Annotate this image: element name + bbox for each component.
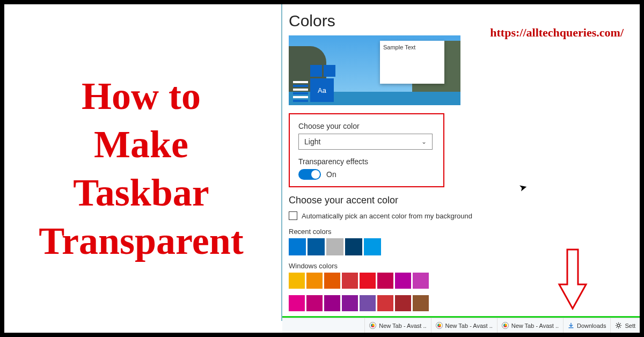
- color-swatch[interactable]: [308, 238, 325, 255]
- color-swatch[interactable]: [377, 273, 393, 289]
- color-swatch[interactable]: [306, 273, 323, 289]
- transparency-state: On: [326, 170, 336, 179]
- color-swatch[interactable]: [324, 295, 340, 311]
- transparency-label: Transparency effects: [298, 157, 435, 166]
- svg-point-0: [617, 324, 620, 327]
- choose-color-label: Choose your color: [298, 122, 435, 130]
- chevron-down-icon: ⌄: [421, 138, 427, 145]
- taskbar-item-label: New Tab - Avast ..: [445, 323, 493, 329]
- vertical-divider: [281, 4, 282, 321]
- color-swatch[interactable]: [342, 295, 358, 311]
- sample-text-card: Sample Text: [380, 41, 444, 84]
- browser-icon: [369, 322, 376, 329]
- taskbar-item[interactable]: Sett: [610, 318, 640, 333]
- dropdown-value: Light: [304, 137, 320, 146]
- color-swatch[interactable]: [360, 273, 376, 289]
- preview-tile: Aa: [310, 78, 334, 102]
- color-swatch[interactable]: [364, 238, 381, 255]
- color-swatch[interactable]: [289, 273, 305, 289]
- auto-accent-checkbox[interactable]: [289, 211, 297, 220]
- recent-colors-label: Recent colors: [289, 228, 632, 236]
- color-swatch[interactable]: [395, 295, 411, 311]
- color-swatch[interactable]: [413, 295, 429, 311]
- taskbar-item-label: New Tab - Avast ..: [511, 323, 559, 329]
- color-swatch[interactable]: [342, 273, 358, 289]
- download-icon: [568, 323, 574, 329]
- tutorial-graphic: How toMakeTaskbarTransparent https://all…: [0, 0, 644, 337]
- color-swatch[interactable]: [289, 295, 305, 311]
- transparency-toggle[interactable]: [298, 169, 321, 180]
- color-swatch[interactable]: [324, 273, 340, 289]
- page-title: Colors: [289, 12, 632, 30]
- taskbar-item[interactable]: New Tab - Avast ..: [431, 318, 497, 333]
- taskbar-item-label: New Tab - Avast ..: [379, 323, 426, 329]
- taskbar-item[interactable]: New Tab - Avast ..: [497, 318, 563, 333]
- color-swatch[interactable]: [413, 273, 429, 289]
- auto-accent-label: Automatically pick an accent color from …: [302, 212, 472, 220]
- accent-color-title: Choose your accent color: [289, 195, 632, 206]
- color-swatch[interactable]: [395, 273, 411, 289]
- color-mode-dropdown[interactable]: Light ⌄: [298, 134, 433, 150]
- windows-taskbar: New Tab - Avast .. New Tab - Avast .. Ne…: [282, 318, 640, 333]
- taskbar-item-label: Sett: [625, 323, 635, 329]
- auto-accent-row[interactable]: Automatically pick an accent color from …: [289, 211, 632, 220]
- attention-arrow-icon: [557, 247, 589, 311]
- color-swatch[interactable]: [306, 295, 323, 311]
- color-swatch[interactable]: [326, 238, 343, 255]
- taskbar-item-label: Downloads: [577, 323, 606, 329]
- color-swatch[interactable]: [360, 295, 376, 311]
- color-swatch[interactable]: [289, 238, 306, 255]
- color-swatch[interactable]: [345, 238, 362, 255]
- taskbar-item[interactable]: Downloads: [563, 318, 610, 333]
- color-swatch[interactable]: [377, 295, 393, 311]
- browser-icon: [502, 322, 509, 329]
- headline-panel: How toMakeTaskbarTransparent: [4, 4, 278, 333]
- color-preview: Aa Sample Text: [289, 35, 460, 105]
- gear-icon: [615, 322, 622, 329]
- browser-icon: [436, 322, 443, 329]
- taskbar-item[interactable]: New Tab - Avast ..: [364, 318, 430, 333]
- headline-text: How toMakeTaskbarTransparent: [39, 72, 243, 265]
- highlighted-settings: Choose your color Light ⌄ Transparency e…: [289, 113, 444, 187]
